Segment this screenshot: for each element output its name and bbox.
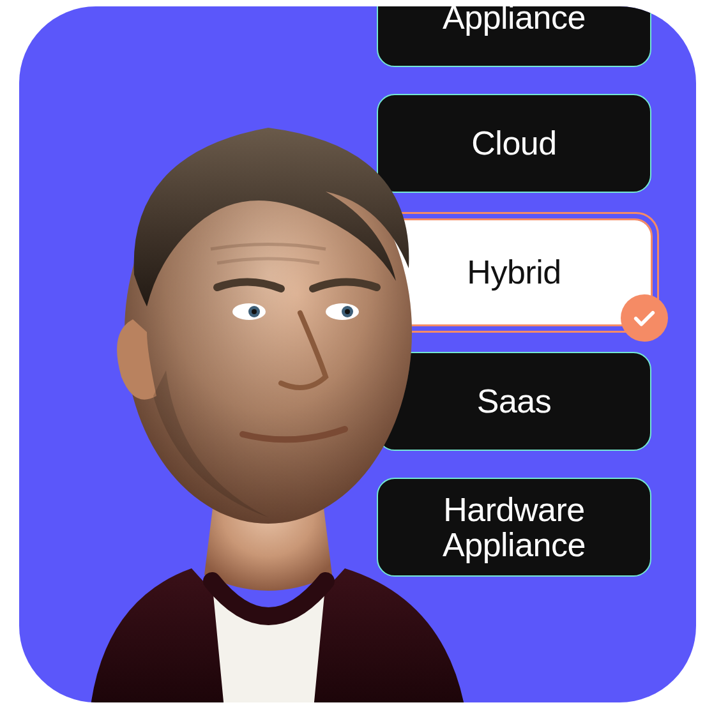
option-cloud[interactable]: Cloud [377, 94, 651, 193]
svg-point-4 [252, 309, 257, 314]
option-hardware-appliance[interactable]: Hardware Appliance [377, 478, 651, 577]
option-saas[interactable]: Saas [377, 352, 651, 451]
svg-point-1 [125, 140, 412, 524]
option-label: Appliance [443, 6, 586, 35]
option-label: Hardware Appliance [397, 492, 631, 562]
svg-point-0 [125, 140, 412, 524]
option-label: Cloud [471, 126, 556, 161]
option-hybrid[interactable]: Hybrid [377, 220, 651, 325]
svg-point-5 [326, 303, 359, 320]
option-appliance[interactable]: Appliance [377, 6, 651, 67]
option-label: Saas [477, 384, 552, 419]
svg-point-6 [342, 306, 353, 317]
deployment-option-list: Appliance Cloud Hybrid Saas Hardware App… [377, 6, 651, 577]
check-icon [632, 305, 657, 331]
svg-point-7 [345, 309, 350, 314]
svg-point-3 [248, 306, 260, 317]
svg-point-2 [232, 303, 266, 320]
check-badge [621, 294, 668, 342]
option-label: Hybrid [467, 255, 561, 290]
hero-card: Appliance Cloud Hybrid Saas Hardware App… [19, 6, 696, 702]
